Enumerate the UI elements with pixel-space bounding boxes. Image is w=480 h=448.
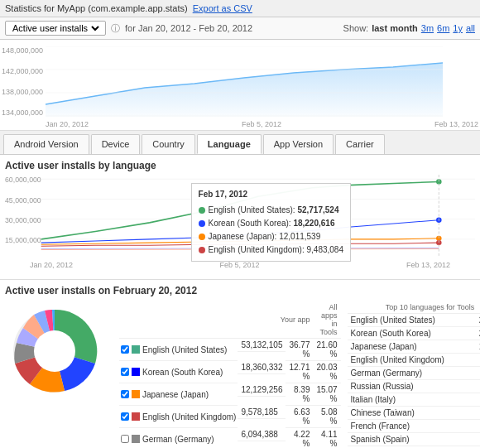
tooltip-color-4 — [199, 247, 205, 253]
tooltip-label-1: English (United States): 52,717,524 — [209, 204, 339, 217]
row-name-1: Korean (South Korea) — [142, 368, 223, 377]
tooltip-color-1 — [199, 207, 205, 214]
col-your-app: Your app — [238, 301, 313, 339]
row-name-4: German (Germany) — [142, 435, 214, 444]
right-row-name-0: English (United States) — [348, 314, 468, 327]
show-wrap: Show: last month 3m 6m 1y all — [343, 23, 475, 33]
table-row: German (Germany) 6,094,388 4.22 % 4.11 % — [119, 428, 341, 449]
row-pct-3: 6.63 % — [286, 406, 313, 428]
row-check-label-3[interactable]: English (United Kingdom) — [121, 412, 236, 422]
row-checkbox-3[interactable] — [121, 412, 129, 421]
chart-tooltip: Feb 17, 2012 English (United States): 52… — [191, 183, 351, 262]
controls-left: Active user installs ⓘ for Jan 20, 2012 … — [5, 21, 252, 36]
period-last-month[interactable]: last month — [372, 23, 418, 33]
show-label: Show: — [343, 23, 369, 33]
right-header-row: Top 10 languages for Tools — [348, 301, 480, 314]
row-checkbox-2[interactable] — [121, 390, 129, 398]
row-all-pct-1: 20.03 % — [313, 361, 340, 383]
period-6m[interactable]: 6m — [437, 23, 449, 33]
tooltip-color-2 — [199, 220, 205, 227]
tab-app-version[interactable]: App Version — [263, 134, 334, 154]
row-pct-4: 4.22 % — [286, 428, 313, 449]
tab-device[interactable]: Device — [91, 134, 141, 154]
metric-select-wrap[interactable]: Active user installs — [5, 21, 106, 36]
row-value-0: 53,132,105 — [238, 339, 286, 352]
right-row-name-8: French (France) — [348, 420, 468, 433]
right-row-name-1: Korean (South Korea) — [348, 327, 468, 340]
period-3m[interactable]: 3m — [421, 23, 434, 33]
svg-point-19 — [34, 330, 75, 372]
svg-text:30,000,000: 30,000,000 — [5, 216, 41, 224]
top-chart-svg — [46, 46, 443, 117]
svg-marker-0 — [46, 63, 443, 117]
tooltip-row-4: English (United Kingdom): 9,483,084 — [199, 243, 343, 257]
y-label-1: 148,000,000 — [2, 46, 43, 55]
data-layout: Your app All apps in Tools English (Unit… — [5, 301, 475, 448]
svg-text:15,000,000: 15,000,000 — [5, 236, 41, 244]
row-color-2 — [132, 390, 140, 398]
row-checkbox-0[interactable] — [121, 345, 129, 354]
tooltip-row-3: Japanese (Japan): 12,011,539 — [199, 230, 343, 243]
period-all[interactable]: all — [466, 23, 475, 33]
tab-language[interactable]: Language — [197, 134, 262, 154]
line-date-2: Feb 5, 2012 — [219, 261, 259, 269]
right-row-name-5: Russian (Russia) — [348, 380, 468, 393]
main-table: Your app All apps in Tools English (Unit… — [119, 301, 341, 448]
controls-bar: Active user installs ⓘ for Jan 20, 2012 … — [0, 17, 480, 40]
top-date-1: Jan 20, 2012 — [46, 120, 89, 128]
row-pct-0: 36.77 % — [286, 339, 313, 361]
line-chart-area: 60,000,000 45,000,000 30,000,000 15,000,… — [5, 175, 475, 258]
row-check-label-2[interactable]: Japanese (Japan) — [121, 390, 236, 399]
right-table: Top 10 languages for Tools English (Unit… — [348, 301, 480, 446]
right-row-pct-6: 3.84 % — [468, 393, 480, 407]
y-label-3: 138,000,000 — [2, 88, 43, 96]
right-row-pct-8: 2.58 % — [468, 420, 480, 433]
right-row-pct-7: 2.62 % — [468, 407, 480, 420]
pie-chart-svg — [5, 301, 104, 401]
tab-carrier[interactable]: Carrier — [335, 134, 385, 154]
top-chart-y-labels: 148,000,000 142,000,000 138,000,000 134,… — [2, 46, 43, 117]
col-all-apps: All apps in Tools — [313, 301, 340, 339]
y-label-2: 142,000,000 — [2, 67, 43, 75]
row-all-pct-0: 21.60 % — [313, 339, 340, 361]
bottom-title: Active user installs on February 20, 201… — [5, 285, 475, 296]
right-row-pct-9: 1.95 % — [468, 433, 480, 446]
right-row-pct-4: 4.11 % — [468, 367, 480, 380]
row-name-3: English (United Kingdom) — [142, 412, 236, 422]
row-checkbox-1[interactable] — [121, 368, 129, 376]
row-all-pct-2: 15.07 % — [313, 383, 340, 406]
export-link[interactable]: Export as CSV — [193, 3, 252, 13]
row-checkbox-4[interactable] — [121, 435, 129, 443]
right-row-pct-0: 21.60 % — [468, 314, 480, 327]
row-color-0 — [132, 345, 140, 354]
svg-text:60,000,000: 60,000,000 — [5, 176, 41, 185]
metric-select[interactable]: Active user installs — [9, 22, 102, 34]
right-table-row: English (United States) 21.60 % — [348, 314, 480, 327]
right-table-header: Top 10 languages for Tools — [348, 301, 480, 314]
right-row-name-3: English (United Kingdom) — [348, 354, 468, 367]
tooltip-date: Feb 17, 2012 — [199, 188, 343, 201]
period-1y[interactable]: 1y — [453, 23, 463, 33]
row-check-label-4[interactable]: German (Germany) — [121, 435, 236, 444]
row-color-1 — [132, 368, 140, 376]
tab-country[interactable]: Country — [142, 134, 195, 154]
date-range: for Jan 20, 2012 - Feb 20, 2012 — [125, 23, 252, 33]
right-row-pct-5: 4.03 % — [468, 380, 480, 393]
tooltip-row-2: Korean (South Korea): 18,220,616 — [199, 217, 343, 230]
row-color-4 — [132, 435, 140, 443]
svg-text:45,000,000: 45,000,000 — [5, 196, 41, 205]
row-check-label-0[interactable]: English (United States) — [121, 345, 236, 354]
right-table-row: German (Germany) 4.11 % — [348, 367, 480, 380]
row-pct-2: 8.39 % — [286, 383, 313, 406]
top-date-3: Feb 13, 2012 — [434, 120, 478, 128]
right-row-pct-2: 15.07 % — [468, 340, 480, 354]
tab-android-version[interactable]: Android Version — [3, 134, 89, 154]
table-row: English (United Kingdom) 9,578,185 6.63 … — [119, 406, 341, 428]
top-chart: 148,000,000 142,000,000 138,000,000 134,… — [0, 40, 480, 131]
tooltip-color-3 — [199, 234, 205, 240]
tooltip-row-1: English (United States): 52,717,524 — [199, 204, 343, 217]
row-check-label-1[interactable]: Korean (South Korea) — [121, 368, 236, 377]
table-row: Korean (South Korea) 18,360,332 12.71 % … — [119, 361, 341, 383]
row-name-2: Japanese (Japan) — [142, 390, 209, 399]
info-icon: ⓘ — [111, 22, 120, 35]
